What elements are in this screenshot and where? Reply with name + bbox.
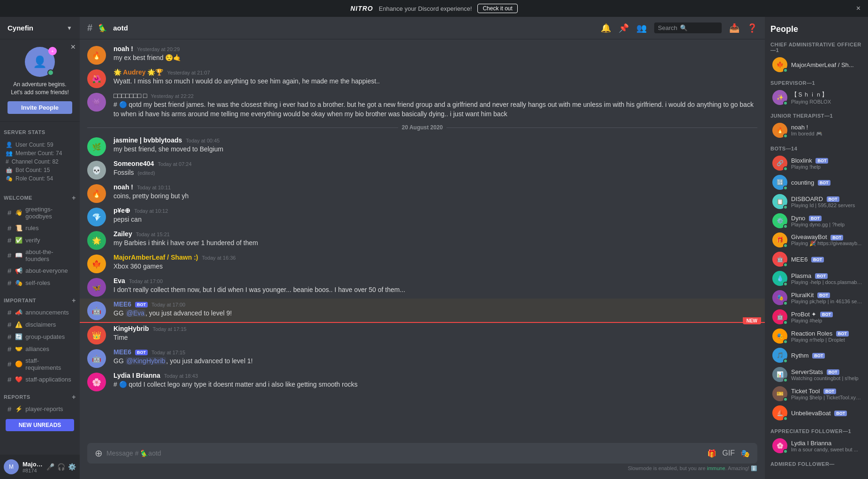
channel-about-founders[interactable]: #📖about-the-founders (2, 247, 78, 264)
channel-self-roles[interactable]: #🎭self-roles (2, 277, 78, 289)
new-unreads-button[interactable]: NEW UNREADS (6, 419, 74, 431)
member-status: Playing Id | 595,822 servers (791, 202, 862, 208)
member-item[interactable]: 💧 Plasma BOT Playing -help | docs.plasma… (767, 269, 866, 288)
channel-greetings-goodbyes[interactable]: #👋greetings-goodbyes (2, 204, 78, 222)
message-header: Zailey Today at 15:21 (113, 230, 757, 238)
message-content: Someone404 Today at 07:24 Fossils (edite… (113, 160, 757, 180)
message-input[interactable]: Message # 🦜aotd (106, 444, 703, 463)
message-content: MEE6 BOT Today at 17:15 GG @KingHybrib, … (113, 348, 757, 368)
center-content: # 🦜 aotd 🔔 📌 👥 Search 🔍 📥 ❓ 🔥 (80, 17, 765, 479)
member-item[interactable]: 🎫 Ticket Tool BOT Playing $help | Ticket… (767, 384, 866, 403)
message-timestamp: Yesterday at 20:29 (137, 46, 180, 52)
channel-player-reports[interactable]: #⚡player-reports (2, 403, 78, 415)
message-input-area: ⊕ Message # 🦜aotd 🎁 GIF 🎭 Slowmode is en… (80, 443, 765, 479)
current-user-avatar: M (4, 459, 19, 474)
add-welcome-channel-button[interactable]: + (72, 194, 76, 202)
chevron-down-icon: ▼ (67, 25, 72, 31)
hash-icon: # (8, 321, 11, 329)
message-timestamp: Today at 15:21 (136, 232, 170, 237)
channel-disclaimers[interactable]: #⚠️disclaimers (2, 319, 78, 330)
message-timestamp: Today at 10:12 (134, 208, 168, 214)
server-name-bar[interactable]: Cynefin ▼ (0, 17, 80, 39)
member-info: Plasma BOT Playing -help | docs.plasmabo… (791, 272, 862, 285)
channel-staff-requirements[interactable]: #🟠staff-requirements (2, 355, 78, 373)
message-header: p¥e⊕ Today at 10:12 (113, 207, 757, 214)
avatar: 💎 (87, 208, 106, 226)
member-item[interactable]: ⛵ UnbelievaBoat BOT (767, 404, 866, 422)
gif-button[interactable]: GIF (722, 449, 735, 458)
member-item[interactable]: 🎵 Rythm BOT (767, 346, 866, 365)
add-reports-channel-button[interactable]: + (72, 393, 76, 401)
channel-verify[interactable]: #✅verify (2, 234, 78, 246)
important-section-header: IMPORTANT + (0, 289, 80, 306)
invite-people-button[interactable]: Invite People (8, 101, 72, 114)
message-author: 🌟 Audrey 🌟🏆 (113, 68, 164, 76)
message-header: □□□□□□□ □ Yesterday at 22:22 (113, 92, 757, 99)
member-avatar: 🔥 (772, 123, 787, 138)
new-unreads-banner[interactable]: NEW UNREADS (0, 415, 80, 435)
avatar: 🤖 (87, 349, 106, 368)
channel-alliances[interactable]: #🤝alliances (2, 343, 78, 355)
member-item[interactable]: ⚙️ Dyno BOT Playing dyno.gg | ?help (767, 211, 866, 230)
check-it-out-button[interactable]: Check it out (477, 4, 517, 13)
hash-icon: # (8, 308, 11, 316)
add-important-channel-button[interactable]: + (72, 297, 76, 304)
channel-group-updates[interactable]: #🔄group-updates (2, 331, 78, 343)
search-box[interactable]: Search 🔍 (654, 22, 722, 33)
member-item[interactable]: 🤖 MEE6 BOT (767, 250, 866, 269)
gift-icon[interactable]: 🎁 (707, 449, 717, 458)
member-item[interactable]: 🎁 GiveawayBot BOT Playing 🎉 https://give… (767, 231, 866, 249)
member-info: Bloxlink BOT Playing !help (791, 157, 862, 170)
channel-rules[interactable]: #📜rules (2, 222, 78, 234)
member-status: Playing -help | docs.plasmabot... (791, 279, 862, 285)
member-item[interactable]: ✨ 【Ｓｈｉｎ】 Playing ROBLOX (767, 88, 866, 107)
message-author: Eva (113, 277, 125, 284)
channel-announcements[interactable]: #📣announcements (2, 307, 78, 318)
messages-area[interactable]: 🔥 noah ! Yesterday at 20:29 my ex best f… (80, 39, 765, 443)
member-item[interactable]: 📋 DISBOARD BOT Playing Id | 595,822 serv… (767, 192, 866, 211)
sticker-icon[interactable]: 🎭 (740, 449, 750, 458)
status-dot (783, 301, 788, 306)
deafen-button[interactable]: 🎧 (57, 463, 65, 471)
message-timestamp: Today at 17:15 (152, 326, 186, 332)
member-name: Dyno BOT (791, 215, 862, 222)
bot-badge: BOT (823, 389, 836, 394)
member-info: PluralKit BOT Playing pk;help | in 46136… (791, 292, 862, 304)
member-item[interactable]: 🔢 counting BOT (767, 173, 866, 192)
channel-header-actions: 🔔 📌 👥 Search 🔍 📥 ❓ (601, 22, 757, 33)
channel-staff-applications[interactable]: #❤️staff-applications (2, 374, 78, 385)
bot-badge: BOT (827, 369, 839, 375)
settings-button[interactable]: ⚙️ (68, 463, 76, 471)
close-nitro-button[interactable]: × (856, 4, 860, 13)
mute-button[interactable]: 🎤 (46, 463, 54, 471)
notification-icon[interactable]: 🔔 (601, 23, 611, 33)
add-attachment-button[interactable]: ⊕ (95, 448, 103, 459)
nitro-promo-text: Enhance your Discord experience! (379, 5, 472, 12)
member-item[interactable]: 🔗 Bloxlink BOT Playing !help (767, 154, 866, 172)
member-item[interactable]: 🤖 ProBot ✦ BOT Playing #help (767, 307, 866, 326)
member-item[interactable]: 🎭 PluralKit BOT Playing pk;help | in 461… (767, 288, 866, 307)
member-status: Playing ROBLOX (791, 99, 862, 105)
member-status: Playing dyno.gg | ?help (791, 222, 862, 227)
member-item[interactable]: 🍁 MajorAmberLeaf / Sh... (767, 55, 866, 74)
members-icon[interactable]: 👥 (636, 23, 647, 33)
inbox-icon[interactable]: 📥 (729, 23, 740, 33)
message-timestamp: Today at 17:00 (151, 302, 185, 307)
user-promo-card: ✕ 👤 + An adventure begins. Let's add som… (0, 39, 80, 122)
message-header: jasmine | bvbblytoads Today at 00:45 (113, 136, 757, 144)
message-text: Time (113, 333, 757, 343)
member-info: GiveawayBot BOT Playing 🎉 https://giveaw… (791, 233, 862, 247)
status-dot (783, 359, 788, 363)
member-item[interactable]: 🎭 Reaction Roles BOT Playing rr!help | D… (767, 327, 866, 345)
member-item[interactable]: 📊 ServerStats BOT Watching countingbot |… (767, 365, 866, 384)
member-item[interactable]: 🔥 noah ! Im boredd 🎮 (767, 121, 866, 140)
bot-badge: BOT (135, 350, 148, 355)
bot-badge: BOT (815, 158, 828, 164)
hash-icon: # (8, 267, 11, 275)
member-item[interactable]: 🌸 Lydia I Brianna Im a sour candy, sweet… (767, 436, 866, 455)
pin-icon[interactable]: 📌 (619, 23, 629, 33)
help-icon[interactable]: ❓ (747, 23, 757, 33)
message-text: my Barbies i think i have over 1 hundere… (113, 239, 757, 248)
channel-about-everyone[interactable]: #📢about-everyone (2, 265, 78, 277)
close-promo-button[interactable]: ✕ (70, 43, 76, 51)
